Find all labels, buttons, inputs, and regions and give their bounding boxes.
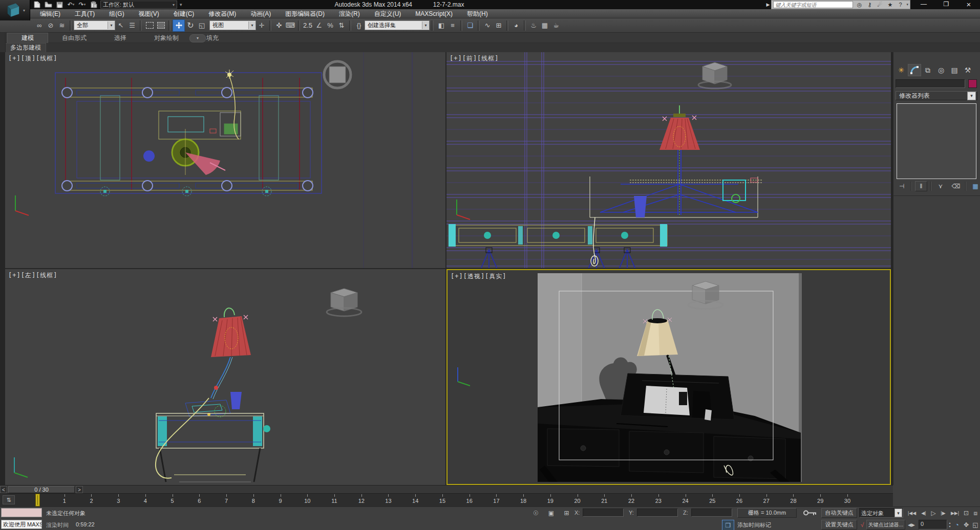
time-slider-next-button[interactable]: > — [76, 486, 83, 493]
window-crossing-icon[interactable] — [155, 20, 166, 31]
maximize-viewport-toggle-icon[interactable]: ◱ — [971, 520, 980, 529]
reference-coordinate-dropdown[interactable]: 视图 ▾ — [209, 20, 256, 30]
viewport-top-label[interactable]: [+][顶][线框] — [8, 54, 58, 63]
ribbon-grip[interactable] — [0, 33, 6, 52]
viewport-front[interactable]: [+][前][线框] — [446, 52, 891, 268]
angle-snap-icon[interactable]: ∠ — [313, 20, 325, 31]
zoom-extents-icon[interactable]: ⊡ — [962, 508, 971, 518]
menu-item[interactable]: 图形编辑器(D) — [278, 9, 332, 18]
add-time-tag[interactable]: 添加时间标记 — [737, 521, 771, 529]
favorites-icon[interactable]: ★ — [886, 2, 894, 8]
isolate-selection-icon[interactable]: ☉ — [530, 508, 541, 518]
viewport-perspective[interactable]: [+][透视][真实] — [446, 269, 891, 485]
time-slider-prev-button[interactable]: < — [0, 486, 7, 493]
viewport-perspective-label[interactable]: [+][透视][真实] — [451, 272, 507, 281]
search-input[interactable] — [773, 1, 853, 8]
restore-button[interactable]: ❐ — [935, 0, 957, 9]
selection-filter-dropdown[interactable]: 全部 ▾ — [74, 20, 115, 30]
modify-tab[interactable] — [908, 64, 921, 76]
workspace-dropdown[interactable]: 工作区: 默认 ▾ — [100, 1, 177, 9]
auto-key-button[interactable]: 自动关键点 — [821, 508, 857, 518]
current-frame-indicator[interactable] — [35, 494, 40, 506]
menu-item[interactable]: 编辑(E) — [33, 9, 68, 18]
pin-stack-icon[interactable]: ⊣ — [896, 181, 908, 191]
time-slider-handle[interactable]: 0 / 30 — [8, 486, 75, 493]
menu-item[interactable]: 工具(T) — [68, 9, 102, 18]
help-icon[interactable]: ? — [896, 2, 904, 8]
render-production-icon[interactable]: ☕ — [550, 20, 562, 31]
select-and-rotate-icon[interactable]: ↻ — [185, 20, 196, 31]
go-to-end-icon[interactable]: ▶▶| — [948, 508, 962, 518]
add-time-tag-cube-icon[interactable]: ❒ — [722, 520, 734, 530]
ribbon-tab[interactable]: 选择 — [100, 33, 140, 43]
snaps-toggle-icon[interactable]: 2.5 — [302, 20, 313, 31]
new-file-icon[interactable] — [33, 1, 41, 9]
open-file-icon[interactable] — [44, 1, 53, 9]
menu-item[interactable]: 自定义(U) — [367, 9, 409, 18]
minimize-button[interactable]: — — [912, 0, 935, 9]
align-icon[interactable]: ≡ — [447, 20, 458, 31]
keyboard-shortcut-override-icon[interactable]: ⌨ — [285, 20, 296, 31]
viewport-left[interactable]: [+][左][线框] — [5, 269, 445, 485]
material-editor-icon[interactable]: ◕ — [510, 20, 522, 31]
bind-to-spacewarp-icon[interactable]: ≋ — [56, 20, 68, 31]
select-and-link-icon[interactable]: ∞ — [34, 20, 45, 31]
menu-item[interactable]: 视图(V) — [132, 9, 166, 18]
percent-snap-icon[interactable]: % — [325, 20, 336, 31]
time-slider[interactable]: < 0 / 30 > — [0, 485, 893, 493]
set-key-button[interactable]: 设置关键点 — [821, 520, 857, 529]
viewport-left-label[interactable]: [+][左][线框] — [8, 271, 58, 280]
layer-manager-icon[interactable]: ❏ — [464, 20, 476, 31]
z-coordinate-field[interactable] — [691, 509, 732, 517]
key-filter-selected-dropdown[interactable]: 选定对象 ▾ — [859, 508, 903, 518]
next-frame-icon[interactable]: |▶ — [938, 508, 948, 518]
menu-item[interactable]: 动画(A) — [243, 9, 278, 18]
menu-item[interactable]: 帮助(H) — [460, 9, 495, 18]
curve-editor-icon[interactable]: ∿ — [482, 20, 493, 31]
modifier-list-dropdown[interactable]: 修改器列表 ▾ — [896, 91, 977, 100]
object-color-swatch[interactable] — [968, 79, 977, 88]
display-tab[interactable]: ▤ — [948, 64, 961, 76]
select-and-scale-icon[interactable]: ◱ — [196, 20, 207, 31]
select-by-name-icon[interactable]: ☰ — [126, 20, 138, 31]
viewport-front-label[interactable]: [+][前][线框] — [450, 54, 499, 63]
make-unique-icon[interactable]: ⋎ — [934, 181, 947, 191]
show-end-result-icon[interactable]: ‖ — [915, 181, 927, 191]
menu-item[interactable]: 创建(C) — [166, 9, 202, 18]
menu-item[interactable]: MAXScript(X) — [408, 9, 460, 18]
motion-tab[interactable]: ◎ — [934, 64, 948, 76]
pan-view-icon[interactable]: ✥ — [962, 520, 971, 529]
select-and-manipulate-icon[interactable]: ✜ — [273, 20, 285, 31]
use-pivot-center-icon[interactable]: ✛ — [256, 20, 267, 31]
mirror-icon[interactable]: ◧ — [436, 20, 447, 31]
infocenter-collapse-icon[interactable]: ▶ — [766, 2, 770, 7]
edit-named-selection-sets-icon[interactable]: {} — [353, 20, 365, 31]
redo-flyout-icon[interactable]: ▾ — [84, 3, 86, 7]
unlink-selection-icon[interactable]: ⊘ — [45, 20, 56, 31]
y-coordinate-field[interactable] — [637, 509, 678, 517]
absolute-offset-mode-icon[interactable]: ⊞ — [561, 508, 572, 518]
current-frame-field[interactable]: 0 — [919, 520, 947, 529]
qat-overflow-icon[interactable]: ▾ — [180, 2, 182, 7]
remove-modifier-icon[interactable]: ⌫ — [950, 181, 962, 191]
menu-item[interactable]: 渲染(R) — [332, 9, 367, 18]
rectangular-selection-region-icon[interactable] — [144, 20, 155, 31]
save-file-icon[interactable] — [55, 1, 64, 9]
key-mode-toggle-icon[interactable]: ◀▶ — [905, 520, 918, 529]
undo-icon[interactable]: ↶▾ — [67, 1, 75, 9]
time-configuration-icon[interactable]: ◔ — [952, 520, 962, 529]
frame-spinner[interactable]: ▴▾ — [947, 520, 952, 529]
utilities-tab[interactable]: ⚒ — [961, 64, 974, 76]
rendered-frame-window-icon[interactable]: ▦ — [539, 20, 550, 31]
ribbon-tab[interactable]: 建模 — [7, 33, 48, 43]
named-selection-sets-dropdown[interactable]: 创建选择集 ▾ — [365, 20, 430, 30]
sign-in-icon[interactable]: ⚷ — [865, 2, 874, 8]
select-and-move-icon[interactable] — [173, 19, 185, 32]
menu-item[interactable]: 修改器(M) — [201, 9, 243, 18]
zoom-extents-all-icon[interactable]: ⧈ — [971, 508, 980, 518]
viewport-top[interactable]: [+][顶][线框] — [5, 52, 445, 268]
search-icon[interactable]: ◎ — [855, 2, 863, 8]
previous-frame-icon[interactable]: ◀| — [919, 508, 929, 518]
maxscript-mini-listener-pink[interactable] — [1, 508, 42, 517]
redo-icon[interactable]: ↷▾ — [78, 1, 87, 9]
